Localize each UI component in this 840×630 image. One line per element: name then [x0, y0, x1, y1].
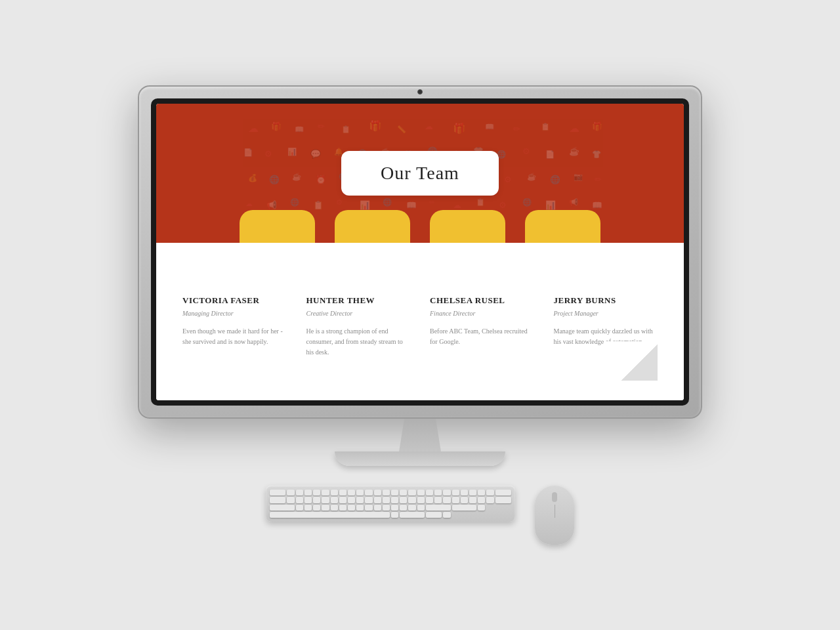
svg-text:☁: ☁: [425, 122, 433, 131]
svg-text:🌐: 🌐: [269, 175, 280, 185]
svg-text:☕: ☕: [527, 172, 537, 181]
team-member-3: CHELSEA RUSEL Finance Director Before AB…: [430, 295, 534, 381]
svg-text:📋: 📋: [341, 124, 351, 133]
avatar-3: [430, 210, 505, 243]
svg-text:📏: 📏: [397, 124, 407, 133]
svg-text:📖: 📖: [485, 122, 495, 131]
svg-text:📊: 📊: [545, 200, 556, 211]
svg-text:📋: 📋: [541, 122, 551, 131]
member-3-title: Finance Director: [430, 310, 534, 317]
monitor-stand-base: [335, 452, 505, 466]
member-1-title: Managing Director: [182, 310, 287, 317]
svg-text:☁: ☁: [569, 122, 579, 133]
member-2-bio: He is a strong champion of end consumer,…: [306, 326, 411, 358]
svg-text:✏: ✏: [318, 122, 325, 131]
camera-dot: [417, 89, 423, 94]
keyboard: [266, 486, 515, 522]
monitor: ☁ 🎁 📖 ✏ 📋 🎁 📏 ☁ 🎁 📖: [138, 85, 702, 466]
svg-text:✏: ✏: [595, 175, 602, 184]
svg-text:☁: ☁: [248, 122, 259, 133]
svg-text:⚙: ⚙: [499, 201, 507, 210]
team-member-1: VICTORIA FASER Managing Director Even th…: [182, 295, 287, 381]
slide-header: ☁ 🎁 📖 ✏ 📋 🎁 📏 ☁ 🎁 📖: [156, 104, 684, 243]
svg-text:🎁: 🎁: [453, 121, 466, 134]
avatar-4: [525, 210, 600, 243]
avatar-2: [335, 210, 410, 243]
svg-text:📊: 📊: [360, 200, 370, 211]
svg-text:☕: ☕: [292, 172, 302, 181]
svg-text:☕: ☕: [569, 146, 579, 156]
slide-title-box: Our Team: [341, 151, 499, 196]
peripherals: [266, 486, 574, 545]
svg-text:🌐: 🌐: [550, 175, 560, 185]
svg-text:🌐: 🌐: [522, 198, 532, 207]
member-3-bio: Before ABC Team, Chelsea recruited for G…: [430, 326, 534, 347]
svg-text:⏰: ⏰: [316, 175, 326, 185]
member-4-name: JERRY BURNS: [554, 295, 658, 306]
svg-text:📄: 📄: [545, 150, 555, 159]
member-1-name: VICTORIA FASER: [182, 295, 287, 306]
mouse-divider: [555, 505, 555, 518]
svg-text:⚙: ⚙: [504, 175, 512, 184]
screen: ☁ 🎁 📖 ✏ 📋 🎁 📏 ☁ 🎁 📖: [156, 104, 684, 400]
member-2-title: Creative Director: [306, 310, 411, 317]
svg-text:👕: 👕: [592, 150, 602, 159]
svg-text:✏: ✏: [513, 124, 520, 133]
svg-text:📋: 📋: [313, 200, 324, 211]
svg-text:🌐: 🌐: [383, 198, 392, 207]
member-2-name: HUNTER THEW: [306, 295, 411, 306]
svg-text:⚙: ⚙: [522, 146, 530, 156]
member-4-title: Project Manager: [554, 310, 658, 317]
slide: ☁ 🎁 📖 ✏ 📋 🎁 📏 ☁ 🎁 📖: [156, 104, 684, 400]
svg-text:📊: 📊: [287, 146, 297, 156]
svg-text:🎁: 🎁: [369, 119, 382, 132]
svg-text:☁: ☁: [245, 200, 253, 207]
slide-title: Our Team: [381, 163, 459, 183]
svg-text:📢: 📢: [266, 200, 277, 211]
svg-text:📖: 📖: [406, 200, 417, 211]
svg-text:☁: ☁: [453, 201, 461, 210]
monitor-bezel: ☁ 🎁 📖 ✏ 📋 🎁 📏 ☁ 🎁 📖: [151, 98, 689, 406]
mouse-scroll-wheel: [552, 492, 557, 502]
svg-text:⚙: ⚙: [336, 198, 343, 206]
svg-text:🌐: 🌐: [290, 198, 300, 207]
svg-text:💰: 💰: [248, 173, 258, 182]
avatar-1: [240, 210, 315, 243]
svg-text:📄: 📄: [243, 148, 253, 157]
fold-decoration: [605, 341, 658, 381]
avatars-row: [156, 210, 684, 243]
svg-text:📋: 📋: [476, 198, 486, 207]
monitor-stand-neck: [394, 419, 446, 452]
member-1-bio: Even though we made it hard for her - sh…: [182, 326, 287, 347]
desktop-scene: ☁ 🎁 📖 ✏ 📋 🎁 📏 ☁ 🎁 📖: [0, 0, 840, 630]
svg-text:📖: 📖: [295, 124, 304, 133]
svg-text:📖: 📖: [592, 200, 602, 211]
monitor-body: ☁ 🎁 📖 ✏ 📋 🎁 📏 ☁ 🎁 📖: [138, 85, 702, 419]
svg-text:✏: ✏: [429, 198, 436, 206]
svg-text:🎁: 🎁: [592, 121, 602, 132]
member-3-name: CHELSEA RUSEL: [430, 295, 534, 306]
slide-body: VICTORIA FASER Managing Director Even th…: [156, 243, 684, 400]
mouse: [535, 486, 574, 545]
svg-text:⚙: ⚙: [264, 150, 272, 159]
svg-text:🎁: 🎁: [271, 121, 282, 132]
svg-text:💬: 💬: [311, 149, 322, 159]
team-member-2: HUNTER THEW Creative Director He is a st…: [306, 295, 411, 381]
team-member-4: JERRY BURNS Project Manager Manage team …: [554, 295, 658, 381]
svg-text:📢: 📢: [569, 198, 579, 207]
svg-text:📷: 📷: [574, 172, 583, 181]
